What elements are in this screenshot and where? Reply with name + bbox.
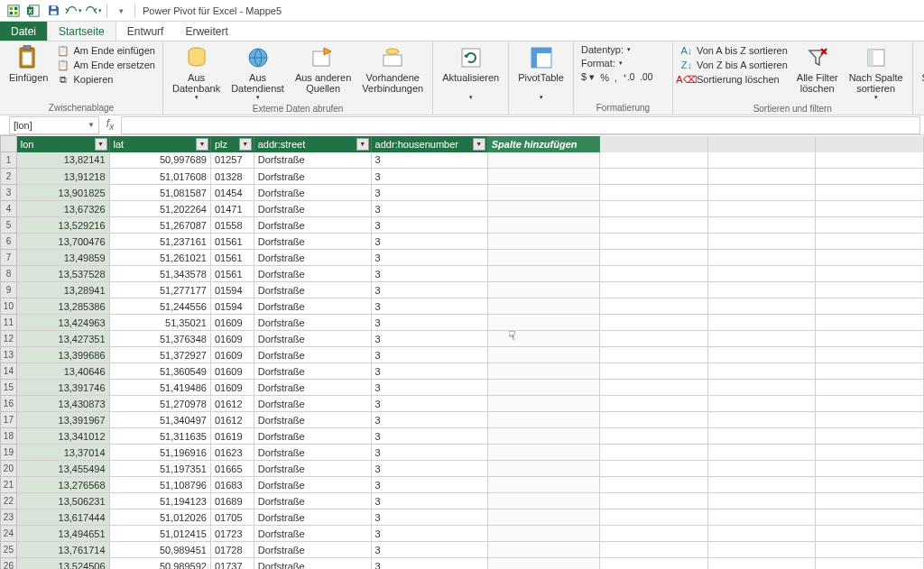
filter-icon[interactable]: ▼ — [196, 138, 208, 151]
cell[interactable]: Dorfstraße — [254, 282, 371, 298]
row-header[interactable]: 4 — [1, 201, 17, 217]
row-header[interactable]: 5 — [1, 217, 17, 234]
cell-add[interactable] — [487, 266, 599, 282]
row-header[interactable]: 25 — [1, 542, 17, 558]
cell[interactable]: 01609 — [210, 363, 254, 380]
row-header[interactable]: 10 — [1, 298, 17, 315]
cell[interactable]: 01705 — [210, 509, 254, 526]
cell[interactable]: 51,202264 — [109, 201, 210, 217]
cell[interactable]: 13,285386 — [16, 298, 109, 315]
cell[interactable]: Dorfstraße — [254, 477, 371, 493]
row-header[interactable]: 13 — [1, 347, 17, 363]
row-header[interactable]: 14 — [1, 363, 17, 380]
cell-add[interactable] — [487, 152, 599, 169]
cell[interactable]: 3 — [371, 282, 487, 298]
cell[interactable]: 51,340497 — [109, 412, 210, 428]
cell[interactable]: Dorfstraße — [254, 298, 371, 315]
refresh-button[interactable]: Aktualisieren▾ — [437, 43, 504, 103]
cell[interactable]: 3 — [371, 412, 487, 428]
select-all-corner[interactable] — [1, 136, 17, 152]
cell-add[interactable] — [487, 445, 599, 461]
cell[interactable]: 01737 — [210, 558, 254, 570]
cell[interactable]: Dorfstraße — [254, 250, 371, 266]
cell[interactable]: 3 — [371, 234, 487, 250]
cell-add[interactable] — [487, 380, 599, 396]
cell[interactable]: 3 — [371, 266, 487, 282]
cell[interactable]: 13,28941 — [16, 282, 109, 298]
cell[interactable]: 3 — [371, 542, 487, 558]
cell-add[interactable] — [487, 493, 599, 509]
cell[interactable]: 01594 — [210, 298, 254, 315]
cell-add[interactable] — [487, 331, 599, 347]
cell-add[interactable] — [487, 217, 599, 234]
filter-icon[interactable]: ▼ — [95, 138, 107, 151]
cell[interactable]: 51,012415 — [109, 526, 210, 542]
cell-add[interactable] — [487, 396, 599, 412]
cell[interactable]: Dorfstraße — [254, 266, 371, 282]
cell[interactable]: 3 — [371, 558, 487, 570]
cell[interactable]: 01623 — [210, 445, 254, 461]
row-header[interactable]: 15 — [1, 380, 17, 396]
cell[interactable]: 13,430873 — [16, 396, 109, 412]
cell[interactable]: Dorfstraße — [254, 526, 371, 542]
cell[interactable]: 01561 — [210, 234, 254, 250]
row-header[interactable]: 1 — [1, 152, 17, 169]
clear-filters-button[interactable]: Alle Filter löschen — [791, 43, 844, 96]
cell[interactable]: 01609 — [210, 331, 254, 347]
row-header[interactable]: 9 — [1, 282, 17, 298]
cell[interactable]: 13,761714 — [16, 542, 109, 558]
cell[interactable]: 13,506231 — [16, 493, 109, 509]
format-dropdown[interactable]: Format: ▾ — [578, 57, 626, 69]
cell[interactable]: 3 — [371, 445, 487, 461]
cell-add[interactable] — [487, 298, 599, 315]
add-column-header[interactable]: Spalte hinzufügen — [487, 136, 599, 152]
copy-button[interactable]: ⧉Kopieren — [53, 72, 159, 87]
cell[interactable]: 51,237161 — [109, 234, 210, 250]
sort-clear-button[interactable]: A⌫Sortierung löschen — [677, 72, 791, 87]
cell[interactable]: 01723 — [210, 526, 254, 542]
find-button[interactable]: Suchen — [917, 43, 924, 85]
cell[interactable]: 3 — [371, 526, 487, 542]
cell[interactable]: 13,399686 — [16, 347, 109, 363]
cell[interactable]: 13,276568 — [16, 477, 109, 493]
cell-add[interactable] — [487, 234, 599, 250]
cell[interactable]: 01683 — [210, 477, 254, 493]
sort-za-button[interactable]: Z↓Von Z bis A sortieren — [677, 58, 791, 72]
redo-icon[interactable]: ▾ — [84, 2, 102, 20]
cell[interactable]: Dorfstraße — [254, 185, 371, 201]
cell[interactable]: 3 — [371, 428, 487, 445]
cell[interactable]: 51,360549 — [109, 363, 210, 380]
cell[interactable]: 3 — [371, 250, 487, 266]
cell[interactable]: 13,529216 — [16, 217, 109, 234]
cell-add[interactable] — [487, 363, 599, 380]
cell[interactable]: 51,244556 — [109, 298, 210, 315]
cell[interactable]: 01689 — [210, 493, 254, 509]
cell[interactable]: Dorfstraße — [254, 558, 371, 570]
row-header[interactable]: 23 — [1, 509, 17, 526]
cell[interactable]: 01454 — [210, 185, 254, 201]
cell[interactable]: 51,372927 — [109, 347, 210, 363]
currency-button[interactable]: $ ▾ — [581, 71, 595, 83]
cell[interactable]: 51,017608 — [109, 169, 210, 185]
cell[interactable]: 13,82141 — [16, 152, 109, 169]
cell[interactable]: 51,194123 — [109, 493, 210, 509]
row-header[interactable]: 16 — [1, 396, 17, 412]
cell[interactable]: 3 — [371, 509, 487, 526]
cell[interactable]: 13,617444 — [16, 509, 109, 526]
cell[interactable]: Dorfstraße — [254, 169, 371, 185]
cell[interactable]: 13,91218 — [16, 169, 109, 185]
comma-button[interactable]: , — [614, 72, 617, 83]
cell[interactable]: 3 — [371, 477, 487, 493]
cell[interactable]: Dorfstraße — [254, 493, 371, 509]
cell-add[interactable] — [487, 185, 599, 201]
cell[interactable]: 13,424963 — [16, 315, 109, 331]
cell[interactable]: Dorfstraße — [254, 380, 371, 396]
cell[interactable]: 51,012026 — [109, 509, 210, 526]
pivottable-button[interactable]: PivotTable▾ — [513, 43, 569, 103]
cell[interactable]: Dorfstraße — [254, 347, 371, 363]
undo-icon[interactable]: ▾ — [64, 2, 82, 20]
tab-file[interactable]: Datei — [0, 22, 47, 41]
cell[interactable]: 13,700476 — [16, 234, 109, 250]
cell[interactable]: 3 — [371, 380, 487, 396]
tab-advanced[interactable]: Erweitert — [174, 22, 238, 41]
